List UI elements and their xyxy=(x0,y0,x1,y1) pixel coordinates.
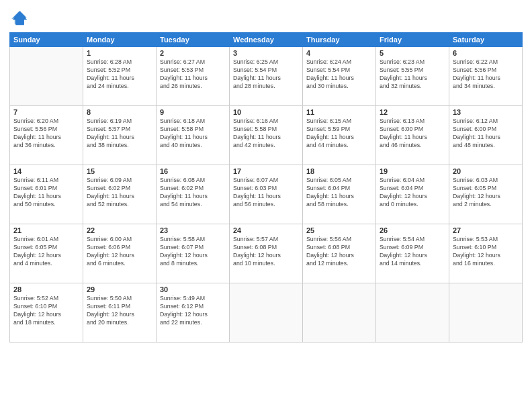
calendar-cell: 6Sunrise: 6:22 AM Sunset: 5:56 PM Daylig… xyxy=(449,47,523,106)
day-info: Sunrise: 6:18 AM Sunset: 5:58 PM Dayligh… xyxy=(160,118,226,150)
calendar-cell: 17Sunrise: 6:07 AM Sunset: 6:03 PM Dayli… xyxy=(230,165,303,224)
day-number: 10 xyxy=(233,108,299,116)
calendar-week-row: 14Sunrise: 6:11 AM Sunset: 6:01 PM Dayli… xyxy=(10,165,523,224)
header-row: SundayMondayTuesdayWednesdayThursdayFrid… xyxy=(10,33,523,47)
calendar-cell: 7Sunrise: 6:20 AM Sunset: 5:56 PM Daylig… xyxy=(10,106,83,165)
calendar-cell: 29Sunrise: 5:50 AM Sunset: 6:11 PM Dayli… xyxy=(83,283,157,342)
calendar-cell: 5Sunrise: 6:23 AM Sunset: 5:55 PM Daylig… xyxy=(376,47,449,106)
calendar-cell: 13Sunrise: 6:12 AM Sunset: 6:00 PM Dayli… xyxy=(449,106,523,165)
day-info: Sunrise: 5:57 AM Sunset: 6:08 PM Dayligh… xyxy=(233,236,299,268)
day-info: Sunrise: 6:11 AM Sunset: 6:01 PM Dayligh… xyxy=(13,177,79,209)
calendar-cell: 11Sunrise: 6:15 AM Sunset: 5:59 PM Dayli… xyxy=(303,106,376,165)
day-info: Sunrise: 5:56 AM Sunset: 6:08 PM Dayligh… xyxy=(306,236,372,268)
day-info: Sunrise: 6:27 AM Sunset: 5:53 PM Dayligh… xyxy=(160,58,226,91)
calendar-cell: 22Sunrise: 6:00 AM Sunset: 6:06 PM Dayli… xyxy=(83,224,157,283)
header xyxy=(9,7,523,28)
calendar-cell: 21Sunrise: 6:01 AM Sunset: 6:05 PM Dayli… xyxy=(10,224,83,283)
calendar-cell: 1Sunrise: 6:28 AM Sunset: 5:52 PM Daylig… xyxy=(83,47,157,106)
day-info: Sunrise: 6:28 AM Sunset: 5:52 PM Dayligh… xyxy=(87,58,152,91)
calendar-cell: 30Sunrise: 5:49 AM Sunset: 6:12 PM Dayli… xyxy=(157,283,230,342)
day-info: Sunrise: 6:05 AM Sunset: 6:04 PM Dayligh… xyxy=(306,177,372,209)
day-info: Sunrise: 6:09 AM Sunset: 6:02 PM Dayligh… xyxy=(87,177,152,209)
calendar-cell: 8Sunrise: 6:19 AM Sunset: 5:57 PM Daylig… xyxy=(83,106,157,165)
day-number: 11 xyxy=(306,108,372,116)
calendar-cell: 20Sunrise: 6:03 AM Sunset: 6:05 PM Dayli… xyxy=(449,165,523,224)
day-number: 19 xyxy=(380,167,445,175)
calendar-cell: 3Sunrise: 6:25 AM Sunset: 5:54 PM Daylig… xyxy=(230,47,303,106)
calendar-cell: 16Sunrise: 6:08 AM Sunset: 6:02 PM Dayli… xyxy=(157,165,230,224)
day-number: 24 xyxy=(233,226,299,234)
day-info: Sunrise: 6:01 AM Sunset: 6:05 PM Dayligh… xyxy=(13,236,79,268)
calendar-week-row: 1Sunrise: 6:28 AM Sunset: 5:52 PM Daylig… xyxy=(10,47,523,106)
day-number: 3 xyxy=(233,49,299,57)
day-info: Sunrise: 6:23 AM Sunset: 5:55 PM Dayligh… xyxy=(380,58,445,91)
calendar-cell: 9Sunrise: 6:18 AM Sunset: 5:58 PM Daylig… xyxy=(157,106,230,165)
calendar-week-row: 21Sunrise: 6:01 AM Sunset: 6:05 PM Dayli… xyxy=(10,224,523,283)
calendar-cell: 14Sunrise: 6:11 AM Sunset: 6:01 PM Dayli… xyxy=(10,165,83,224)
day-number: 25 xyxy=(306,226,372,234)
day-of-week-header: Wednesday xyxy=(230,33,303,47)
day-info: Sunrise: 6:24 AM Sunset: 5:54 PM Dayligh… xyxy=(306,58,372,91)
day-number: 5 xyxy=(380,49,445,57)
calendar-cell: 24Sunrise: 5:57 AM Sunset: 6:08 PM Dayli… xyxy=(230,224,303,283)
day-info: Sunrise: 6:22 AM Sunset: 5:56 PM Dayligh… xyxy=(453,58,519,91)
day-number: 30 xyxy=(160,285,226,293)
calendar-cell xyxy=(303,283,376,342)
day-info: Sunrise: 5:58 AM Sunset: 6:07 PM Dayligh… xyxy=(160,236,226,268)
day-number: 14 xyxy=(13,167,79,175)
calendar-cell: 10Sunrise: 6:16 AM Sunset: 5:58 PM Dayli… xyxy=(230,106,303,165)
day-number: 8 xyxy=(87,108,152,116)
logo xyxy=(9,9,30,28)
day-info: Sunrise: 5:50 AM Sunset: 6:11 PM Dayligh… xyxy=(87,295,152,327)
day-number: 22 xyxy=(87,226,152,234)
day-info: Sunrise: 5:52 AM Sunset: 6:10 PM Dayligh… xyxy=(13,295,79,327)
day-number: 9 xyxy=(160,108,226,116)
calendar-cell xyxy=(230,283,303,342)
calendar-cell xyxy=(376,283,449,342)
calendar-cell: 28Sunrise: 5:52 AM Sunset: 6:10 PM Dayli… xyxy=(10,283,83,342)
calendar-cell xyxy=(10,47,83,106)
calendar-cell: 19Sunrise: 6:04 AM Sunset: 6:04 PM Dayli… xyxy=(376,165,449,224)
day-info: Sunrise: 6:04 AM Sunset: 6:04 PM Dayligh… xyxy=(380,177,445,209)
calendar-week-row: 7Sunrise: 6:20 AM Sunset: 5:56 PM Daylig… xyxy=(10,106,523,165)
calendar: SundayMondayTuesdayWednesdayThursdayFrid… xyxy=(9,32,523,342)
day-info: Sunrise: 5:54 AM Sunset: 6:09 PM Dayligh… xyxy=(380,236,445,268)
day-number: 17 xyxy=(233,167,299,175)
day-number: 29 xyxy=(87,285,152,293)
day-info: Sunrise: 6:12 AM Sunset: 6:00 PM Dayligh… xyxy=(453,118,519,150)
day-number: 12 xyxy=(380,108,445,116)
calendar-week-row: 28Sunrise: 5:52 AM Sunset: 6:10 PM Dayli… xyxy=(10,283,523,342)
calendar-cell: 15Sunrise: 6:09 AM Sunset: 6:02 PM Dayli… xyxy=(83,165,157,224)
day-of-week-header: Sunday xyxy=(10,33,83,47)
calendar-cell: 23Sunrise: 5:58 AM Sunset: 6:07 PM Dayli… xyxy=(157,224,230,283)
calendar-cell: 4Sunrise: 6:24 AM Sunset: 5:54 PM Daylig… xyxy=(303,47,376,106)
day-number: 27 xyxy=(453,226,519,234)
day-number: 20 xyxy=(453,167,519,175)
calendar-cell: 18Sunrise: 6:05 AM Sunset: 6:04 PM Dayli… xyxy=(303,165,376,224)
day-info: Sunrise: 6:08 AM Sunset: 6:02 PM Dayligh… xyxy=(160,177,226,209)
day-info: Sunrise: 6:16 AM Sunset: 5:58 PM Dayligh… xyxy=(233,118,299,150)
calendar-cell: 27Sunrise: 5:53 AM Sunset: 6:10 PM Dayli… xyxy=(449,224,523,283)
day-info: Sunrise: 6:00 AM Sunset: 6:06 PM Dayligh… xyxy=(87,236,152,268)
day-number: 23 xyxy=(160,226,226,234)
page: SundayMondayTuesdayWednesdayThursdayFrid… xyxy=(0,0,532,411)
day-info: Sunrise: 5:49 AM Sunset: 6:12 PM Dayligh… xyxy=(160,295,226,327)
day-of-week-header: Thursday xyxy=(303,33,376,47)
day-number: 18 xyxy=(306,167,372,175)
day-number: 26 xyxy=(380,226,445,234)
day-info: Sunrise: 6:20 AM Sunset: 5:56 PM Dayligh… xyxy=(13,118,79,150)
day-number: 21 xyxy=(13,226,79,234)
day-info: Sunrise: 6:15 AM Sunset: 5:59 PM Dayligh… xyxy=(306,118,372,150)
day-number: 6 xyxy=(453,49,519,57)
day-number: 2 xyxy=(160,49,226,57)
day-number: 16 xyxy=(160,167,226,175)
day-of-week-header: Monday xyxy=(83,33,157,47)
day-number: 1 xyxy=(87,49,152,57)
day-of-week-header: Friday xyxy=(376,33,449,47)
day-number: 13 xyxy=(453,108,519,116)
day-number: 15 xyxy=(87,167,152,175)
calendar-cell: 2Sunrise: 6:27 AM Sunset: 5:53 PM Daylig… xyxy=(157,47,230,106)
day-info: Sunrise: 6:19 AM Sunset: 5:57 PM Dayligh… xyxy=(87,118,152,150)
day-of-week-header: Tuesday xyxy=(157,33,230,47)
calendar-cell: 12Sunrise: 6:13 AM Sunset: 6:00 PM Dayli… xyxy=(376,106,449,165)
